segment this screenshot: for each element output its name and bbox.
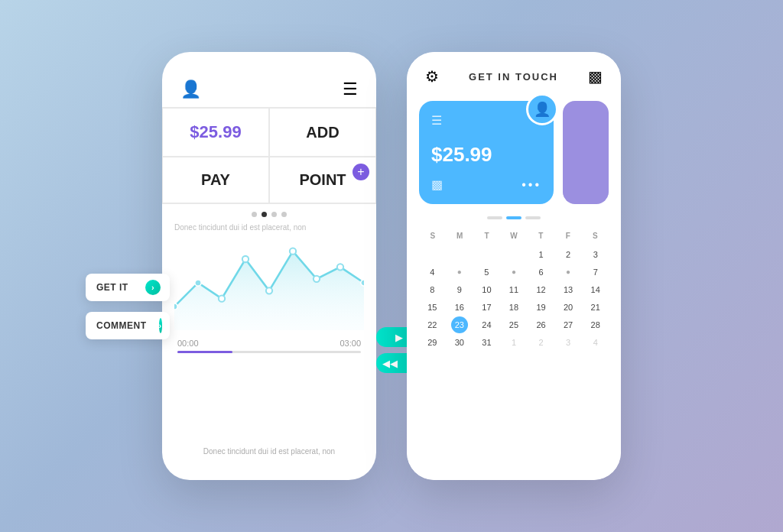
card-dot-3 [525,216,541,219]
table-row[interactable]: 17 [473,299,500,316]
cal-day-f: F [554,229,581,243]
gear-icon[interactable]: ⚙ [425,67,439,86]
phone2-header: ⚙ GET IN TOUCH ▩ [407,52,621,93]
table-row[interactable]: 20 [555,299,582,316]
phone-2: ✆ $ ⚙ GET IN TOUCH ▩ 👤 ☰ $25.99 [407,52,621,480]
calendar-grid: 1 2 3 4 ● 5 ● 6 ● 7 8 9 10 11 12 [419,246,609,351]
svg-point-4 [266,287,272,294]
table-row[interactable]: 24 [473,316,500,333]
table-row[interactable]: 13 [555,281,582,298]
lorem-text-2: Donec tincidunt dui id est placerat, non [162,447,376,465]
bar-chart-small-icon: ▩ [431,177,443,192]
timeline: 00:00 03:00 [174,336,364,348]
progress-bar[interactable] [177,351,361,353]
get-it-label: GET IT [96,282,128,293]
table-row[interactable]: 28 [582,316,609,333]
cal-day-s1: S [419,229,446,243]
get-it-sidebar-item[interactable]: GET IT › [86,274,170,301]
card-dot-1 [487,216,502,219]
table-row[interactable]: 12 [528,281,554,298]
table-row[interactable]: 1 [528,246,554,263]
table-row: 2 [528,334,554,351]
get-it-chevron-icon: › [145,280,161,295]
table-row[interactable]: 21 [582,299,609,316]
menu-grid: $25.99 ADD PAY POINT + [162,107,376,204]
table-row[interactable]: 7 [582,264,609,281]
table-row: 3 [555,334,582,351]
dot-3 [271,212,277,217]
table-row[interactable]: ● [447,264,473,281]
table-row[interactable]: 8 [419,281,446,298]
cards-area: 👤 ☰ $25.99 ▩ ••• [407,93,621,212]
cal-day-m: M [446,229,473,243]
chart-area: 00:00 03:00 [162,233,376,447]
card-bottom: ▩ ••• [431,177,541,192]
table-row[interactable]: 5 [473,264,500,281]
dot-4 [281,212,287,217]
svg-point-3 [242,256,249,262]
table-row[interactable]: ● [555,264,582,281]
menu-icon[interactable]: ☰ [343,79,358,99]
page-dots [162,204,376,222]
purple-card [563,101,609,204]
svg-point-0 [174,303,177,310]
rewind-icon: ◀◀ [382,358,398,369]
card-menu-icon: ☰ [431,113,541,128]
table-row[interactable]: 4 [419,264,446,281]
phone-1: GET IT › COMMENT › ▶ ◀◀ ▶▶ 👤 ☰ [162,52,376,480]
phone-2-inner: ⚙ GET IN TOUCH ▩ 👤 ☰ $25.99 ▩ ••• [407,52,621,480]
table-row[interactable]: 10 [473,281,500,298]
table-row[interactable]: 30 [447,334,473,351]
price-cell: $25.99 [162,108,269,157]
bar-chart-icon[interactable]: ▩ [588,67,603,86]
table-row[interactable]: 9 [447,281,473,298]
table-row[interactable]: 6 [528,264,554,281]
table-row[interactable]: 3 [582,246,609,263]
table-row[interactable]: ● [501,264,528,281]
table-row: 1 [501,334,528,351]
dot-2 [262,212,267,217]
comment-sidebar-item[interactable]: COMMENT › [86,312,170,339]
phones-container: GET IT › COMMENT › ▶ ◀◀ ▶▶ 👤 ☰ [147,37,636,495]
cal-day-s2: S [582,229,609,243]
calendar-header: S M T W T F S [419,229,609,243]
card-amount: $25.99 [431,143,541,167]
user-icon: 👤 [180,79,201,99]
table-row[interactable]: 11 [501,281,528,298]
table-row[interactable]: 14 [582,281,609,298]
table-row[interactable]: 27 [555,316,582,333]
pay-cell[interactable]: PAY [162,157,269,203]
table-row [473,246,500,263]
table-row [447,246,473,263]
point-cell[interactable]: POINT + [269,157,376,203]
svg-point-8 [361,280,364,286]
cal-day-w: W [500,229,527,243]
table-row: 4 [582,334,609,351]
table-row[interactable]: 15 [419,299,446,316]
plus-badge: + [353,164,369,180]
table-row[interactable]: 16 [447,299,473,316]
svg-point-5 [290,248,296,255]
cal-day-t2: T [528,229,554,243]
lorem-text-1: Donec tincidunt dui id est placerat, non [162,222,376,233]
table-row[interactable]: 29 [419,334,446,351]
calendar: S M T W T F S 1 2 3 [407,222,621,480]
table-row[interactable]: 18 [501,299,528,316]
comment-label: COMMENT [96,320,147,331]
today-cell[interactable]: 23 [451,316,468,333]
card-indicator-dots [407,212,621,222]
table-row[interactable]: 25 [501,316,528,333]
add-cell[interactable]: ADD [269,108,376,157]
svg-point-7 [337,264,343,270]
table-row [419,246,446,263]
cal-day-t1: T [473,229,500,243]
phone1-header: 👤 ☰ [162,67,376,107]
phone-1-inner: 👤 ☰ $25.99 ADD PAY POINT + [162,67,376,465]
svg-point-2 [219,296,225,302]
table-row[interactable]: 19 [528,299,554,316]
table-row[interactable]: 26 [528,316,554,333]
table-row[interactable]: 2 [555,246,582,263]
table-row[interactable]: 31 [473,334,500,351]
progress-fill [177,351,232,353]
table-row[interactable]: 22 [419,316,446,333]
